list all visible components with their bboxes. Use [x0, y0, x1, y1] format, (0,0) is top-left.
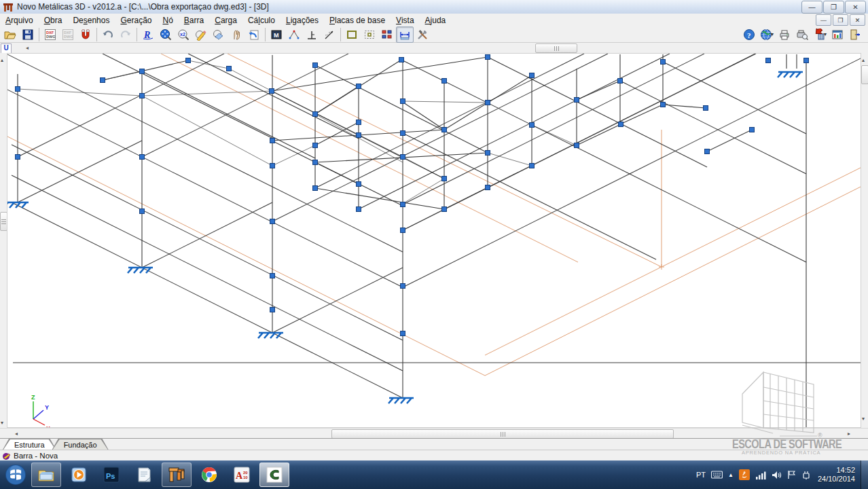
menu-desenhos[interactable]: Desenhos — [67, 14, 115, 26]
structure-node[interactable] — [401, 131, 405, 136]
structure-node[interactable] — [140, 69, 145, 74]
structure-node[interactable] — [804, 58, 809, 63]
scroll-down-arrow[interactable]: ▾ — [1, 418, 3, 427]
structure-node[interactable] — [399, 58, 404, 62]
previous-view-icon[interactable] — [245, 26, 263, 43]
globe-icon[interactable]: ▾ — [758, 26, 776, 43]
tab-fundação[interactable]: Fundação — [52, 439, 109, 450]
safely-remove-icon[interactable] — [801, 470, 811, 479]
structure-bar[interactable] — [620, 105, 663, 124]
left-scrollbar[interactable]: ▴ ▾ — [0, 53, 7, 428]
structure-node[interactable] — [530, 123, 535, 128]
right-scroll-thumb[interactable] — [861, 65, 868, 84]
dimension-icon[interactable] — [396, 26, 414, 43]
structure-bar[interactable] — [403, 54, 704, 204]
full-window-icon[interactable]: M — [268, 26, 285, 43]
menu-carga[interactable]: Carga — [209, 14, 242, 26]
zoom-x2-icon[interactable]: x2 — [175, 26, 192, 43]
start-button[interactable] — [1, 462, 30, 488]
rotate-corner-button[interactable]: U — [1, 43, 12, 54]
exit-door-icon[interactable] — [846, 26, 864, 43]
bottom-scrollbar[interactable]: ◂ ▸ — [0, 428, 868, 439]
structure-bar[interactable] — [577, 81, 620, 100]
structure-bar[interactable] — [12, 175, 403, 371]
scroll-left-arrow[interactable]: ◂ — [15, 429, 18, 438]
edit-zoom-icon[interactable] — [192, 26, 210, 43]
minimize-button[interactable]: — — [801, 1, 822, 14]
fixed-support-symbol[interactable] — [258, 333, 283, 338]
menu-geração[interactable]: Geração — [115, 14, 157, 26]
structure-node[interactable] — [270, 164, 275, 168]
structure-node[interactable] — [661, 60, 666, 65]
structure-node[interactable] — [704, 106, 708, 111]
structure-node[interactable] — [401, 202, 405, 207]
structure-node[interactable] — [575, 98, 579, 103]
structure-bar[interactable] — [577, 124, 621, 145]
scroll-left-arrow[interactable]: ◂ — [26, 43, 29, 52]
structure-bar[interactable] — [272, 268, 403, 333]
scroll-up-arrow[interactable]: ▴ — [862, 56, 865, 65]
menu-vista[interactable]: Vista — [391, 14, 419, 26]
restore-button[interactable]: ❐ — [823, 1, 844, 14]
mdi-close-button[interactable]: ✕ — [850, 14, 865, 26]
structure-bar[interactable] — [7, 86, 403, 287]
select-dotted-icon[interactable] — [361, 26, 378, 43]
structure-bar[interactable] — [142, 54, 348, 157]
redraw-icon[interactable]: R — [139, 26, 157, 43]
structure-node[interactable] — [486, 185, 490, 190]
menu-obra[interactable]: Obra — [39, 14, 68, 26]
bottom-scroll-thumb[interactable] — [331, 429, 674, 439]
structure-bar[interactable] — [315, 162, 359, 184]
structure-node[interactable] — [227, 67, 232, 71]
right-scrollbar[interactable]: ▴ ▾ — [861, 53, 868, 428]
taskbar-app-chrome[interactable] — [194, 463, 224, 487]
structure-bar[interactable] — [488, 153, 532, 166]
structure-bar[interactable] — [488, 57, 707, 167]
menu-barra[interactable]: Barra — [179, 14, 209, 26]
structure-bar[interactable] — [403, 133, 656, 259]
structure-bar[interactable] — [401, 179, 444, 204]
structure-bar[interactable] — [103, 54, 272, 138]
dxf-import-icon[interactable]: DXFDWG — [41, 26, 59, 43]
structure-bar[interactable] — [142, 91, 272, 96]
structure-node[interactable] — [401, 331, 405, 336]
structure-node[interactable] — [442, 207, 447, 212]
structure-node[interactable] — [619, 122, 623, 127]
structure-bar[interactable] — [103, 60, 188, 80]
scroll-down-arrow[interactable]: ▾ — [862, 414, 865, 423]
save-icon[interactable] — [19, 26, 37, 43]
structure-node[interactable] — [270, 89, 274, 94]
structure-node[interactable] — [270, 139, 275, 143]
structure-node[interactable] — [442, 177, 447, 181]
structure-node[interactable] — [313, 160, 318, 165]
structure-bar[interactable] — [315, 54, 584, 188]
taskbar-app-explorer[interactable] — [31, 463, 61, 487]
dxf-export-icon[interactable]: DXFDWG — [59, 26, 77, 43]
menu-ajuda[interactable]: Ajuda — [420, 14, 452, 26]
structure-node[interactable] — [16, 155, 20, 160]
structure-node[interactable] — [140, 209, 145, 214]
structure-node[interactable] — [270, 219, 275, 224]
language-indicator[interactable]: PT — [696, 471, 706, 479]
structure-node[interactable] — [186, 58, 191, 63]
structure-node[interactable] — [357, 133, 361, 138]
top-scroll-thumb[interactable] — [535, 43, 577, 53]
structure-node[interactable] — [357, 84, 361, 89]
structure-bar[interactable] — [18, 89, 142, 96]
structure-node[interactable] — [140, 94, 145, 98]
structure-node[interactable] — [705, 149, 710, 154]
structure-node[interactable] — [313, 63, 318, 68]
structure-node[interactable] — [618, 79, 623, 84]
structure-bar[interactable] — [7, 53, 403, 252]
structure-bar[interactable] — [142, 71, 315, 158]
rectangle-icon[interactable] — [343, 26, 361, 43]
clock[interactable]: 14:52 24/10/2014 — [818, 466, 855, 484]
structure-node[interactable] — [357, 182, 361, 187]
structure-bar[interactable] — [272, 145, 315, 166]
mdi-minimize-button[interactable]: — — [816, 14, 831, 26]
erase-zoom-icon[interactable] — [210, 26, 228, 43]
zoom-all-icon[interactable] — [157, 26, 175, 43]
fixed-support-symbol[interactable] — [7, 202, 29, 208]
structure-node[interactable] — [486, 55, 490, 60]
structure-bar[interactable] — [188, 54, 359, 139]
